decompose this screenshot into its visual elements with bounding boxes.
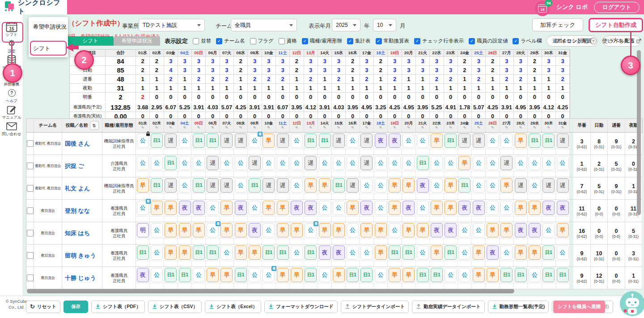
shift-chip[interactable]: 日1	[207, 133, 219, 148]
shift-chip[interactable]: 公	[389, 223, 401, 237]
shift-chip[interactable]: 日1	[207, 245, 219, 260]
shift-chip[interactable]: 公	[431, 156, 443, 170]
shift-chip[interactable]: 夜	[291, 201, 303, 215]
shift-chip[interactable]: 公	[249, 201, 261, 215]
shift-chip[interactable]: 公	[235, 156, 247, 170]
edit-pencil-icon[interactable]: ✎	[477, 125, 481, 130]
shift-chip[interactable]: 日1	[389, 245, 401, 260]
shift-chip[interactable]: 早	[207, 268, 219, 282]
shift-chip[interactable]: 公	[263, 223, 275, 237]
edit-pencil-icon[interactable]: ✎	[267, 125, 271, 130]
shift-chip[interactable]: 日1	[458, 178, 470, 193]
shift-chip[interactable]: 遅	[360, 156, 373, 170]
shift-chip[interactable]: 公	[431, 178, 443, 193]
shift-chip[interactable]: 遅	[458, 133, 470, 148]
shift-chip[interactable]: 公	[347, 133, 359, 148]
shift-chip[interactable]: 公	[487, 201, 499, 215]
shift-chip[interactable]: 遅	[333, 133, 345, 148]
shift-chip[interactable]: 日1	[165, 268, 177, 282]
auto-create-shift-button[interactable]: シフト自動作成	[589, 18, 643, 32]
edit-pencil-icon[interactable]: ✎	[561, 125, 564, 130]
shift-chip[interactable]: 夜	[375, 133, 387, 148]
mascot-robot[interactable]	[619, 291, 644, 318]
icon-legend-link[interactable]: アイコン説明?	[555, 37, 597, 45]
staff-name-link[interactable]: 択捉 ご	[62, 162, 102, 170]
shift-chip[interactable]: 早	[291, 268, 303, 282]
checked-checkbox-icon[interactable]: ✓	[376, 38, 382, 44]
shift-chip[interactable]: 公	[417, 201, 429, 215]
shift-chip[interactable]: 公	[500, 245, 513, 260]
shift-chip[interactable]: 公希	[137, 201, 149, 215]
shift-chip[interactable]: 早	[375, 223, 387, 237]
shift-chip[interactable]: 夜	[402, 201, 415, 215]
shift-chip[interactable]: 夜	[235, 201, 247, 215]
year-select[interactable]: 2025	[332, 19, 360, 31]
display-checkbox-職員の設定値[interactable]: ✓職員の設定値	[469, 38, 508, 44]
row-checkbox[interactable]	[27, 140, 34, 147]
header-calendar-icon[interactable]: 15 34	[535, 1, 550, 16]
shift-chip[interactable]: 日1	[542, 245, 555, 260]
edit-pencil-icon[interactable]: ✎	[435, 125, 439, 130]
checked-checkbox-icon[interactable]: ✓	[216, 38, 222, 44]
staff-name-link[interactable]: 登別 なな	[62, 207, 102, 215]
shift-chip[interactable]: 早	[179, 223, 191, 237]
logout-button[interactable]: ログアウト	[594, 2, 640, 13]
footer-button-リセット[interactable]: ↻リセット	[26, 301, 60, 313]
shift-chip[interactable]: 日1	[235, 268, 247, 282]
shift-chip[interactable]: 遅	[500, 156, 513, 170]
shift-chip[interactable]: 早	[220, 268, 233, 282]
shift-chip[interactable]: 公	[375, 156, 387, 170]
shift-chip[interactable]: 早	[165, 201, 177, 215]
shift-chip[interactable]: 公	[445, 156, 457, 170]
shift-chip[interactable]: 公	[458, 268, 470, 282]
vertical-scrollbar[interactable]	[637, 50, 641, 215]
shift-chip[interactable]: 日1	[305, 245, 317, 260]
shift-chip[interactable]: 夜	[557, 201, 569, 215]
shift-chip[interactable]: 早	[529, 201, 541, 215]
shift-chip[interactable]: 遅	[277, 133, 289, 148]
shift-chip[interactable]: 公	[515, 156, 527, 170]
shift-chip[interactable]: 早	[515, 245, 527, 260]
edit-pencil-icon[interactable]: ✎	[421, 125, 424, 130]
footer-button-フォーマットダウンロード[interactable]: フォーマットダウンロード	[264, 301, 337, 313]
checked-checkbox-icon[interactable]: ✓	[302, 38, 308, 44]
shift-chip[interactable]: 早	[458, 156, 470, 170]
row-checkbox[interactable]	[27, 252, 34, 259]
shift-chip[interactable]: 遅	[473, 133, 485, 148]
shift-chip[interactable]: 早	[360, 223, 373, 237]
shift-chip[interactable]: 遅	[347, 178, 359, 193]
shift-chip[interactable]: 早	[375, 245, 387, 260]
sidebar-item-manual[interactable]: マニュアル	[0, 104, 23, 120]
display-checkbox-並替[interactable]: 並替	[193, 38, 211, 44]
tab-shift[interactable]: シフト	[67, 36, 114, 46]
shift-chip[interactable]: 日1	[263, 245, 275, 260]
shift-chip[interactable]: 早	[249, 245, 261, 260]
shift-chip[interactable]: 公	[347, 223, 359, 237]
checked-checkbox-icon[interactable]: ✓	[513, 38, 519, 44]
shift-chip[interactable]: 公	[402, 156, 415, 170]
edit-pencil-icon[interactable]: ✎	[337, 125, 341, 130]
shift-chip[interactable]: 夜	[137, 268, 149, 282]
shift-chip[interactable]: 公	[291, 133, 303, 148]
staff-name-link[interactable]: 留萌 きゅう	[62, 252, 102, 260]
shift-chip[interactable]: 公	[529, 178, 541, 193]
shift-chip[interactable]: 遅	[360, 133, 373, 148]
shift-chip[interactable]: 早	[333, 223, 345, 237]
shift-chip[interactable]: 早	[165, 245, 177, 260]
shift-chip[interactable]: 早	[487, 223, 499, 237]
shift-chip[interactable]: 早	[291, 223, 303, 237]
unchecked-checkbox-icon[interactable]	[250, 38, 256, 44]
shift-chip[interactable]: 夜	[319, 245, 331, 260]
shift-chip[interactable]: 公	[319, 156, 331, 170]
shift-chip[interactable]: 公	[277, 156, 289, 170]
shift-chip[interactable]: 日1	[333, 178, 345, 193]
shift-chip[interactable]: 公希	[207, 223, 219, 237]
shift-chip[interactable]: 早	[515, 133, 527, 148]
shift-chip[interactable]: 公	[458, 245, 470, 260]
shift-chip[interactable]: 早	[389, 268, 401, 282]
display-checkbox-チーム名[interactable]: ✓チーム名	[216, 38, 245, 44]
edit-pencil-icon[interactable]: ✎	[505, 125, 508, 130]
menu-item-shift[interactable]: シフト	[33, 45, 50, 52]
edit-pencil-icon[interactable]: ✎	[183, 125, 186, 130]
usage-guide-link[interactable]: 使い方を見る	[602, 37, 641, 45]
